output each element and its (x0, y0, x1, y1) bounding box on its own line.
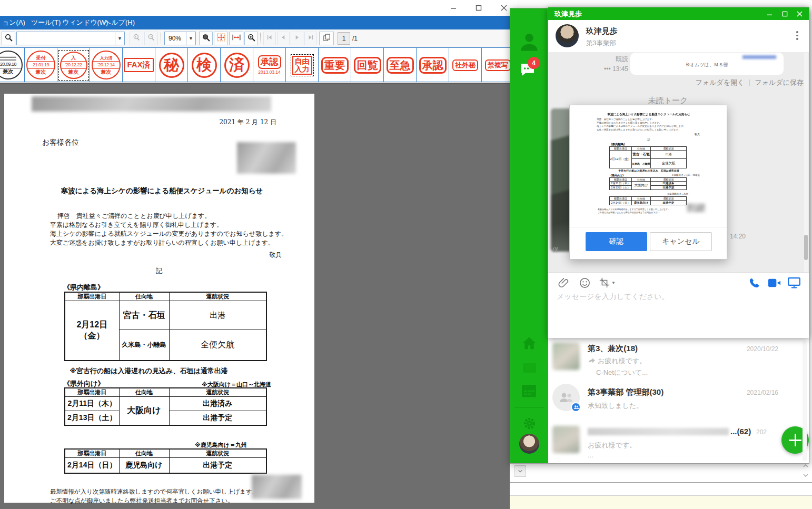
stamp-selected-date[interactable]: 入 '20.12.22 兼次 (57, 48, 90, 82)
document-preview[interactable]: 寒波による海上シケの影響による船便スケジュールのお知らせ 拝啓 貴社益々ご清祥の… (583, 109, 715, 226)
message-scrollbar[interactable] (804, 53, 808, 272)
avatar (552, 426, 580, 453)
fit-width-button[interactable] (229, 32, 243, 45)
doc-title: 寒波による海上シケの影響による船便スケジュールのお知らせ (25, 186, 299, 196)
previous-page-button[interactable] (277, 32, 290, 45)
mail-icon[interactable] (522, 362, 537, 376)
contact-department: 第3事業部 (586, 39, 616, 48)
search-dropdown-icon[interactable]: ▼ (115, 32, 124, 45)
stamp-ken[interactable]: 検 (188, 48, 221, 82)
more-menu-icon[interactable] (796, 29, 798, 42)
stamp-tiny-text (0, 56, 16, 61)
first-page-button[interactable] (263, 32, 276, 45)
pdf-titlebar[interactable] (0, 0, 517, 16)
toolbar-separator (260, 33, 261, 44)
zoom-dropdown-icon[interactable]: ▼ (186, 32, 195, 45)
sidebar-divider (514, 407, 544, 408)
maximize-icon[interactable] (778, 8, 791, 19)
confirm-button[interactable]: 確認 (586, 232, 647, 251)
stamp-shonin[interactable]: 承認 (417, 48, 449, 82)
marquee-zoom-button[interactable] (199, 32, 213, 45)
screenshot-dropdown-icon[interactable]: ▼ (611, 281, 616, 285)
last-page-button[interactable] (304, 32, 317, 45)
chat-window-titlebar[interactable]: 玖津見歩 (548, 7, 809, 20)
stamp-hi[interactable]: 秘 (155, 48, 188, 82)
cancel-button[interactable]: キャンセル (650, 232, 712, 251)
screenshot-icon[interactable]: ▼ (599, 277, 616, 288)
toolbar-separator (161, 33, 161, 44)
forward-arrow-icon (588, 356, 596, 366)
minimize-icon[interactable] (442, 1, 464, 15)
chat-item-title[interactable]: 第3、兼次(18) (588, 344, 638, 354)
stamp-juyo[interactable]: 重要 (319, 48, 351, 82)
stamp-sumi[interactable]: 済 (221, 48, 253, 82)
my-profile-avatar[interactable] (519, 434, 539, 454)
message-time2: 14:20 (730, 233, 746, 240)
stamp-shikyu[interactable]: 至急 (384, 48, 417, 82)
stamp-shagaihi[interactable]: 社外秘 (449, 48, 482, 82)
gear-icon[interactable] (522, 416, 537, 433)
message-time: 13:45 (612, 65, 628, 73)
redacted-footer (252, 475, 302, 499)
home-icon[interactable] (521, 335, 538, 354)
contact-avatar[interactable] (556, 24, 579, 47)
redacted-chat-title (588, 428, 729, 435)
background-window (510, 464, 812, 509)
more-dots[interactable]: ••• (604, 65, 611, 73)
video-call-icon[interactable] (768, 278, 781, 290)
chat-item-title-suffix[interactable]: ...(62) (730, 427, 751, 436)
zoom-combobox[interactable]: 90% ▼ (164, 32, 196, 45)
scroll-down-icon[interactable] (803, 471, 809, 481)
stamp-nyuryokuzumi[interactable]: 入力済 '20.12.14 兼次 (90, 48, 123, 82)
search-button[interactable] (2, 32, 15, 45)
open-folder-link[interactable]: フォルダを開く (696, 78, 745, 86)
emoji-icon[interactable] (579, 277, 591, 291)
redacted-preview (687, 204, 705, 212)
chat-item-date: 2021/02/16 (747, 389, 778, 396)
search-input[interactable]: ▼ (16, 32, 125, 45)
find-previous-button[interactable] (130, 32, 143, 45)
menu-tools[interactable]: ツール(T) (29, 16, 63, 29)
close-icon[interactable] (793, 8, 806, 19)
chat-list-scrollbar[interactable] (803, 341, 807, 461)
fit-page-button[interactable] (214, 32, 228, 45)
stamp-kairan[interactable]: 回覧 (351, 48, 384, 82)
chat-item-title[interactable]: 第3事業部 管理部(30) (588, 387, 664, 397)
chat-sidebar: 4 (510, 8, 548, 463)
calendar-icon[interactable] (521, 384, 537, 400)
unread-count-badge: 4 (528, 57, 540, 69)
thumbnail-caption: 保 (552, 245, 559, 254)
message-bubble[interactable]: ※オムツは、ＭＳ部 (630, 53, 784, 75)
menu-options[interactable]: ョン(A) (0, 16, 27, 29)
stamp-free-input[interactable]: 自由 入力 (286, 48, 319, 82)
stamp-fax[interactable]: FAX済 (123, 48, 155, 82)
screen-share-icon[interactable] (788, 277, 800, 291)
stamp-uketsuke[interactable]: 受付 21.01.19 兼次 (25, 48, 57, 82)
redacted-link (742, 55, 776, 59)
message-input[interactable] (556, 292, 787, 301)
minimize-icon[interactable] (763, 8, 776, 19)
page-thumbnails-button[interactable] (319, 32, 334, 45)
save-folder-link[interactable]: フォルダに保存 (755, 78, 804, 86)
find-next-button[interactable] (144, 32, 158, 45)
find-previous-icon (132, 33, 141, 44)
contacts-icon[interactable] (518, 31, 541, 56)
redacted-header (32, 96, 271, 112)
maximize-icon[interactable] (468, 1, 490, 15)
attach-icon[interactable] (558, 277, 570, 291)
message-area: 既読 ••• 13:45 ※オムツは、ＭＳ部 フォルダを開く ｜ フォルダに保存… (548, 53, 809, 272)
redacted-sender (237, 142, 296, 174)
stamp-date-black[interactable]: 20.09.18 兼次 (0, 48, 25, 82)
contact-name: 玖津見歩 (586, 26, 618, 36)
chat-item-preview: お疲れ様です。 (588, 441, 636, 450)
page-number-input[interactable]: 1 (338, 32, 350, 45)
next-page-button[interactable] (291, 32, 303, 45)
group-badge-icon (571, 402, 581, 412)
menu-help[interactable]: ヘルプ(H) (102, 16, 137, 29)
scroll-down-button[interactable] (514, 465, 526, 477)
fit-page-icon (216, 33, 226, 44)
search-text-field[interactable] (19, 34, 113, 42)
voice-call-icon[interactable] (748, 277, 760, 291)
stamp-shonin-date[interactable]: 承認 2013.03.14 (253, 48, 286, 82)
zoom-in-button[interactable] (244, 32, 258, 45)
